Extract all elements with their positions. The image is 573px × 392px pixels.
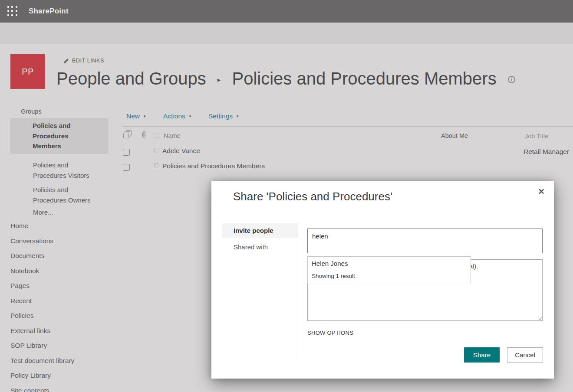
actions-menu[interactable]: Actions▾ <box>163 112 191 120</box>
sharepoint-brand-link[interactable]: SharePoint <box>29 0 69 23</box>
table-row-name[interactable]: Policies and Procedures Members <box>162 162 265 170</box>
share-dialog: Share 'Policies and Procedures' ✕ Invite… <box>211 181 554 379</box>
chevron-down-icon: ▾ <box>189 114 191 118</box>
sidebar-item-policies-procedures-owners[interactable]: Policies and Procedures Owners <box>33 185 99 206</box>
close-icon[interactable]: ✕ <box>535 185 548 198</box>
attachment-column-icon[interactable] <box>141 131 146 138</box>
table-row-name[interactable]: Adele Vance <box>162 147 200 155</box>
suite-sub-band <box>0 23 573 44</box>
tab-shared-with[interactable]: Shared with <box>234 243 268 251</box>
row-inline-checkbox[interactable] <box>154 163 159 168</box>
sidebar-item-conversations[interactable]: Conversations <box>10 237 74 252</box>
sidebar-nav: Home Conversations Documents Notebook Pa… <box>10 222 74 392</box>
dialog-divider <box>298 223 298 360</box>
edit-links-button[interactable]: EDIT LINKS <box>63 58 104 64</box>
column-header-name[interactable]: Name <box>164 132 181 139</box>
sidebar-item-more[interactable]: More... <box>33 207 85 218</box>
info-icon[interactable] <box>508 76 515 83</box>
pencil-icon <box>63 58 69 64</box>
sidebar-item-policies-procedures-visitors[interactable]: Policies and Procedures Visitors <box>33 160 99 181</box>
settings-menu[interactable]: Settings▾ <box>208 112 239 120</box>
show-options-link[interactable]: SHOW OPTIONS <box>307 330 353 336</box>
share-button[interactable]: Share <box>464 347 500 363</box>
new-menu[interactable]: New▾ <box>126 112 146 120</box>
suite-bar: SharePoint <box>0 0 573 23</box>
sidebar-item-notebook[interactable]: Notebook <box>10 267 74 282</box>
sidebar-item-sop-library[interactable]: SOP Library <box>10 342 74 357</box>
toolbar-divider <box>122 126 573 127</box>
breadcrumb-root[interactable]: People and Groups <box>56 69 206 88</box>
cancel-button[interactable]: Cancel <box>507 347 543 363</box>
row-checkbox[interactable] <box>123 164 130 171</box>
breadcrumb-separator-icon: ▸ <box>217 76 221 83</box>
column-header-about-me[interactable]: About Me <box>441 132 468 139</box>
sidebar-item-external-links[interactable]: External links <box>10 327 74 342</box>
column-header-job-title[interactable]: Job Title <box>525 133 548 140</box>
sidebar-item-policies-procedures-members[interactable]: Policies and Procedures Members <box>10 118 109 154</box>
tab-invite-people[interactable]: Invite people <box>222 223 298 238</box>
people-picker-suggestions: Helen Jones Showing 1 result <box>307 256 471 283</box>
breadcrumb-current: Policies and Procedures Members <box>232 69 496 88</box>
suggestion-helen-jones[interactable]: Helen Jones <box>308 257 471 270</box>
row-inline-checkbox[interactable] <box>154 148 159 153</box>
suggestions-result-count: Showing 1 result <box>308 270 471 283</box>
site-logo[interactable]: PP <box>10 54 45 89</box>
sidebar-item-documents[interactable]: Documents <box>10 252 74 267</box>
edit-links-label: EDIT LINKS <box>72 58 104 64</box>
invite-people-input[interactable]: helen <box>307 229 543 253</box>
sidebar-item-test-document-library[interactable]: Test document library <box>10 357 74 372</box>
select-all-checkbox[interactable] <box>154 133 159 138</box>
sharepoint-window: SharePoint PP EDIT LINKS People and Grou… <box>0 0 573 392</box>
row-checkbox[interactable] <box>123 149 130 156</box>
sidebar-item-policies[interactable]: Policies <box>10 312 74 327</box>
sidebar-item-recent[interactable]: Recent <box>10 297 74 312</box>
sidebar-groups-header[interactable]: Groups <box>21 108 42 115</box>
item-type-column-icon[interactable] <box>123 130 132 138</box>
chevron-down-icon: ▾ <box>144 114 146 118</box>
sidebar-item-policy-library[interactable]: Policy Library <box>10 372 74 387</box>
chevron-down-icon: ▾ <box>237 114 239 118</box>
sidebar-item-home[interactable]: Home <box>10 222 74 237</box>
site-logo-text: PP <box>22 67 34 77</box>
dialog-title: Share 'Policies and Procedures' <box>233 190 392 203</box>
sidebar-item-site-contents[interactable]: Site contents <box>10 387 74 392</box>
app-launcher-icon[interactable] <box>7 6 18 16</box>
table-row-job-title: Retail Manager <box>524 148 569 156</box>
page-title: People and Groups ▸ Policies and Procedu… <box>56 68 515 90</box>
sidebar-item-pages[interactable]: Pages <box>10 282 74 297</box>
